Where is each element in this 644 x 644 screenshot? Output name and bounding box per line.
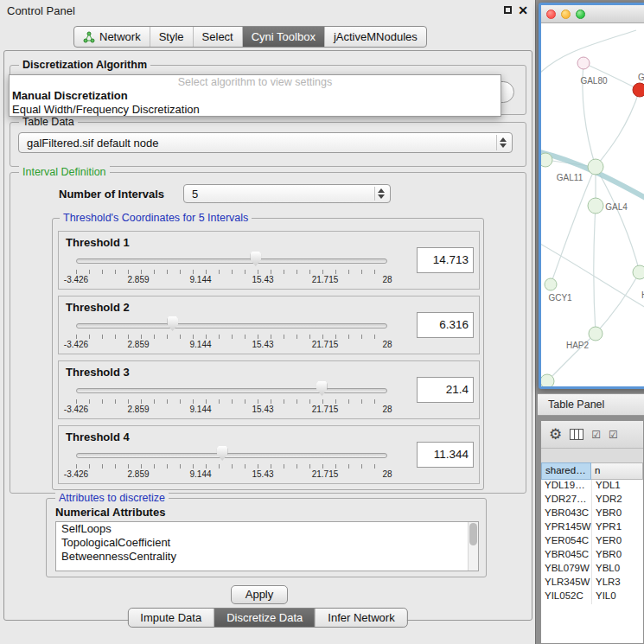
node[interactable] <box>541 374 554 386</box>
node-gal11[interactable] <box>588 159 603 175</box>
tab-impute-data[interactable]: Impute Data <box>128 609 214 627</box>
number-of-intervals-combobox[interactable]: 5 <box>183 184 391 203</box>
column-header-shared-name[interactable]: shared… <box>541 462 591 480</box>
number-of-intervals-value: 5 <box>192 185 198 202</box>
table-data-value: galFiltered.sif default node <box>27 133 158 152</box>
table-column-headers: shared… n <box>541 462 643 480</box>
attribute-item[interactable]: TopologicalCoefficient <box>56 536 478 550</box>
table-cell: YBR045C <box>541 549 591 563</box>
close-traffic-light-icon[interactable] <box>546 10 556 19</box>
threshold-1-box: Threshold 1 -3.4262.8599.14415.4321.7152… <box>58 231 480 290</box>
node-gal80[interactable] <box>577 57 590 69</box>
table-cell: YPR1 <box>591 521 643 535</box>
thresholds-group: Threshold's Coordinates for 5 Intervals … <box>52 218 484 490</box>
threshold-value-field[interactable]: 11.344 <box>417 442 474 468</box>
float-panel-icon[interactable] <box>504 6 512 14</box>
slider-thumb[interactable] <box>250 252 261 266</box>
table-body[interactable]: YDL19…YDL1YDR27…YDR2YBR043CYBR0YPR145WYP… <box>541 480 643 643</box>
column-header-name[interactable]: n <box>591 462 643 480</box>
table-cell: YLR345W <box>541 577 591 590</box>
slider-thumb[interactable] <box>217 446 228 461</box>
attributes-group-title: Attributes to discretize <box>55 492 169 504</box>
threshold-slider[interactable]: -3.4262.8599.14415.4321.71528 <box>76 232 387 290</box>
checkbox-icon[interactable]: ☑ <box>609 430 618 440</box>
apply-button[interactable]: Apply <box>231 585 288 604</box>
scrollbar-thumb[interactable] <box>469 523 477 545</box>
table-spacer <box>541 449 643 462</box>
table-row[interactable]: YER054CYER0 <box>541 535 643 549</box>
node[interactable] <box>633 265 644 279</box>
table-row[interactable]: YPR145WYPR1 <box>541 521 643 535</box>
tab-infer-network[interactable]: Infer Network <box>315 609 406 627</box>
slider-track <box>76 323 387 328</box>
scale-label: 21.715 <box>312 405 339 414</box>
threshold-value-field[interactable]: 14.713 <box>417 247 474 273</box>
gear-icon[interactable]: ⚙ <box>549 427 562 442</box>
attribute-item[interactable]: SelfLoops <box>56 522 478 536</box>
close-icon[interactable]: ✕ <box>518 3 528 17</box>
columns-icon[interactable] <box>570 429 583 440</box>
scale-label: 2.859 <box>127 405 149 414</box>
threshold-value-field[interactable]: 21.4 <box>417 377 474 403</box>
threshold-slider[interactable]: -3.4262.8599.14415.4321.71528 <box>76 426 387 485</box>
scale-label: 28 <box>382 469 392 479</box>
menu-item-manual-discretization[interactable]: Manual Discretization <box>10 89 501 103</box>
tab-cyni-toolbox[interactable]: Cyni Toolbox <box>242 27 324 47</box>
slider-thumb[interactable] <box>316 381 328 396</box>
scale-label: 21.715 <box>312 275 339 284</box>
tab-style[interactable]: Style <box>150 27 193 47</box>
table-row[interactable]: YBL079WYBL0 <box>541 563 643 577</box>
cyni-panel-body: Discretization Algorithm Select algorith… <box>3 50 532 621</box>
slider-ticks <box>76 464 387 469</box>
node-red[interactable] <box>633 83 644 97</box>
table-row[interactable]: YBR043CYBR0 <box>541 507 643 521</box>
table-cell: YIL0 <box>591 590 643 604</box>
node-gal4[interactable] <box>588 198 603 214</box>
table-row[interactable]: YLR345WYLR3 <box>541 577 643 590</box>
node-label-hap2: HAP2 <box>566 341 590 350</box>
slider-ticks <box>76 270 387 274</box>
slider-thumb[interactable] <box>167 316 178 331</box>
table-row[interactable]: YDL19…YDL1 <box>541 480 643 494</box>
threshold-value-field[interactable]: 6.316 <box>417 312 474 338</box>
table-toolbar: ⚙ ☑ ☑ <box>541 421 643 449</box>
threshold-slider[interactable]: -3.4262.8599.14415.4321.71528 <box>76 296 387 355</box>
zoom-traffic-light-icon[interactable] <box>576 10 585 19</box>
slider-track <box>76 258 387 264</box>
table-row[interactable]: YBR045CYBR0 <box>541 549 643 563</box>
threshold-2-box: Threshold 2 -3.4262.8599.14415.4321.7152… <box>58 296 480 354</box>
slider-scale: -3.4262.8599.14415.4321.71528 <box>76 469 387 480</box>
scale-label: 2.859 <box>127 469 149 479</box>
algorithm-placeholder: Select algorithm to view settings <box>10 75 501 89</box>
table-cell: YER054C <box>541 535 591 549</box>
attribute-item[interactable]: BetweennessCentrality <box>56 550 478 564</box>
interval-definition-group: Interval Definition Number of Intervals … <box>10 172 526 494</box>
algorithm-dropdown-popup: Select algorithm to view settings Manual… <box>9 74 501 117</box>
threshold-slider[interactable]: -3.4262.8599.14415.4321.71528 <box>76 361 387 420</box>
table-cell: YBL0 <box>591 563 643 577</box>
numerical-attributes-heading: Numerical Attributes <box>55 506 165 519</box>
table-panel: ⚙ ☑ ☑ shared… n YDL19…YDL1YDR27…YDR2YBR0… <box>540 420 644 644</box>
table-data-combobox[interactable]: galFiltered.sif default node <box>18 132 513 153</box>
node[interactable] <box>541 153 552 167</box>
network-window-titlebar[interactable] <box>541 5 644 23</box>
menu-item-equal-width-frequency[interactable]: Equal Width/Frequency Discretization <box>10 103 501 117</box>
algorithm-group-label: Discretization Algorithm <box>19 59 150 71</box>
scale-label: 9.144 <box>189 469 211 479</box>
stepper-arrows-icon <box>496 135 509 150</box>
tab-discretize-data[interactable]: Discretize Data <box>214 609 315 627</box>
node-hap2[interactable] <box>589 327 603 341</box>
minimize-traffic-light-icon[interactable] <box>561 10 571 19</box>
scale-label: 9.144 <box>189 275 211 284</box>
tab-select[interactable]: Select <box>193 27 242 47</box>
table-row[interactable]: YDR27…YDR2 <box>541 494 643 507</box>
tab-network[interactable]: Network <box>74 27 150 47</box>
node-gcy1[interactable] <box>545 278 557 290</box>
scrollbar[interactable] <box>468 522 478 571</box>
network-view-window[interactable]: GAL80 GA GAL11 GAL4 GCY1 HAP2 H <box>539 3 644 389</box>
attributes-list[interactable]: SelfLoopsTopologicalCoefficientBetweenne… <box>55 521 479 571</box>
table-row[interactable]: YIL052CYIL0 <box>541 590 643 604</box>
network-canvas[interactable]: GAL80 GA GAL11 GAL4 GCY1 HAP2 H <box>541 23 644 386</box>
tab-jactivemnodules[interactable]: jActiveMNodules <box>324 27 426 47</box>
checkbox-icon[interactable]: ☑ <box>591 430 601 440</box>
